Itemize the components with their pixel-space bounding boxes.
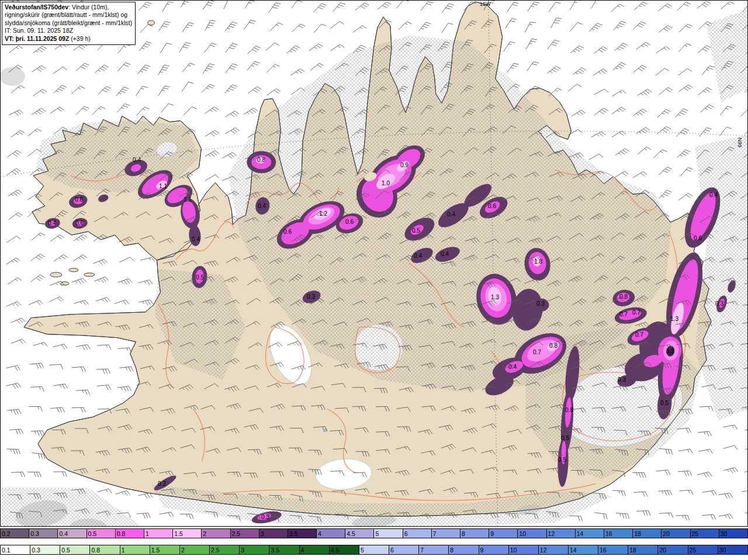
legend-threshold-label: 0.3 — [32, 547, 40, 554]
info-title-line: Veðurstofan/IS750dev: Vindur (10m), — [5, 4, 132, 11]
legend-threshold-label: 1.5 — [174, 530, 183, 537]
legend-threshold-label: 2.5 — [232, 530, 241, 537]
legend-threshold-label: 10 — [510, 547, 517, 554]
legend-threshold-label: 16 — [605, 530, 612, 537]
legend-threshold-label: 9 — [480, 547, 484, 554]
legend-cell: 4.5 — [345, 529, 374, 538]
legend-cell: 9 — [489, 529, 518, 538]
legend-threshold-label: 25 — [690, 547, 697, 554]
legend-cell: 8 — [449, 545, 479, 554]
model-name: Veðurstofan/IS750dev — [5, 4, 68, 11]
snowfall-blob-shape — [49, 221, 56, 226]
legend-cell: 0.3 — [30, 545, 60, 554]
map-graphics — [1, 1, 747, 526]
legend-cell: 0.5 — [87, 529, 116, 538]
legend-threshold-label: 30 — [721, 530, 728, 537]
legend-cell: 20 — [658, 545, 688, 554]
legend-cell: 6 — [403, 529, 432, 538]
legend-threshold-label: 14 — [570, 547, 577, 554]
legend-threshold-label: 6 — [404, 530, 408, 537]
legend-threshold-label: 12 — [548, 530, 555, 537]
legend-threshold-label: 14 — [577, 530, 584, 537]
legend-cell: 0.5 — [60, 545, 90, 554]
info-valid-time: VT: þri. 11.11.2025 09Z (+39 h) — [5, 35, 132, 43]
legend-threshold-label: 12 — [540, 547, 547, 554]
legend-threshold-label: 4.5 — [347, 530, 355, 537]
legend-cell: 9 — [479, 545, 509, 554]
legend-cell: 10 — [518, 529, 546, 538]
legend-cell: 12 — [539, 545, 569, 554]
legend-threshold-label: 5 — [361, 547, 364, 554]
legend-threshold-label: 25 — [692, 530, 699, 537]
legend-threshold-label: 5 — [375, 530, 379, 537]
legend-threshold-label: 16 — [600, 547, 607, 554]
legend-cell: 0.8 — [90, 545, 120, 554]
legend-cell: 3.5 — [269, 545, 299, 554]
legend-cell: 16 — [604, 529, 633, 538]
valid-time-offset: (+39 h) — [69, 35, 90, 42]
info-init-time: IT: Sun. 09. 11. 2025 18Z — [5, 27, 132, 34]
legend-threshold-label: 7 — [433, 530, 437, 537]
legend-threshold-label: 0.2 — [2, 530, 11, 537]
legend-threshold-label: 0.4 — [59, 530, 68, 537]
legend-threshold-label: 3 — [241, 547, 244, 554]
info-box: Veðurstofan/IS750dev: Vindur (10m), rign… — [2, 2, 136, 45]
legend-threshold-label: 0.5 — [61, 547, 70, 554]
legend-cell: 1.5 — [150, 545, 180, 554]
legend-threshold-label: 9 — [490, 530, 494, 537]
legend-cell: 0.4 — [58, 529, 86, 538]
legend-cell: 6 — [389, 545, 419, 554]
legend-cell: 0.2 — [1, 529, 29, 538]
legend-cell: 1 — [144, 529, 173, 538]
legend-threshold-label: 3.5 — [289, 530, 298, 537]
legend-threshold-label: 8 — [450, 547, 453, 554]
legend-cell: 7 — [432, 529, 460, 538]
weather-forecast-map: 0.41.11.10.40.60.40.60.80.40.50.61.20.61… — [0, 0, 748, 560]
legend-cell: 8 — [460, 529, 489, 538]
legend-cell: 14 — [569, 545, 598, 554]
legend-cell: 3.5 — [288, 529, 317, 538]
legend-cell: 0.8 — [116, 529, 144, 538]
legend-threshold-label: 20 — [659, 547, 666, 554]
legend-threshold-label: 30 — [719, 547, 726, 554]
legend-cell: 4 — [317, 529, 345, 538]
legend-threshold-label: 1 — [146, 530, 149, 537]
legend-threshold-label: 8 — [462, 530, 465, 537]
legend-cell: 2 — [180, 545, 210, 554]
legend-threshold-label: 10 — [519, 530, 526, 537]
info-snow-legend-line: slydda/snjókoma (grátt/bleikt/grænt - mm… — [5, 19, 132, 27]
legend-cell: 14 — [576, 529, 604, 538]
legend-cell: 30 — [719, 529, 747, 538]
legend-cell: 4.5 — [330, 545, 359, 554]
legend-cell: 2 — [202, 529, 230, 538]
legend-cell: 10 — [509, 545, 539, 554]
rain-colorbar: 0.10.30.50.811.522.533.544.5567891012141… — [0, 545, 748, 555]
snowfall-blob-shape — [76, 221, 84, 226]
legend-cell: 0.1 — [1, 545, 30, 554]
legend-threshold-label: 3.5 — [271, 547, 279, 554]
legend-threshold-label: 18 — [634, 530, 641, 537]
snowfall-blob-shape — [256, 157, 265, 163]
legend-threshold-label: 4 — [301, 547, 304, 554]
legend-cell: 4 — [300, 545, 330, 554]
legend-threshold-label: 7 — [420, 547, 424, 554]
legend-threshold-label: 3 — [261, 530, 264, 537]
valid-time-bold: VT: þri. 11.11.2025 09Z — [5, 35, 69, 42]
legend-cell: 5 — [359, 545, 389, 554]
legend-threshold-label: 18 — [629, 547, 636, 554]
legend-cell: 2.5 — [231, 529, 259, 538]
legend-threshold-label: 4 — [318, 530, 321, 537]
legend-cell: 30 — [718, 545, 747, 554]
info-title-rest: : Vindur (10m), — [68, 4, 109, 11]
legend-threshold-label: 20 — [663, 530, 670, 537]
legend-threshold-label: 1 — [122, 547, 125, 554]
legend-cell: 18 — [628, 545, 658, 554]
legend-cell: 16 — [598, 545, 628, 554]
legend-threshold-label: 2.5 — [211, 547, 220, 554]
legend-cell: 18 — [633, 529, 662, 538]
legend-threshold-label: 4.5 — [331, 547, 340, 554]
legend-cell: 2.5 — [210, 545, 240, 554]
legend-threshold-label: 0.8 — [91, 547, 100, 554]
legend-cell: 3 — [259, 529, 288, 538]
info-rain-legend-line: rigning/skúrir (grænt/blátt/rautt - mm/1… — [5, 11, 132, 19]
